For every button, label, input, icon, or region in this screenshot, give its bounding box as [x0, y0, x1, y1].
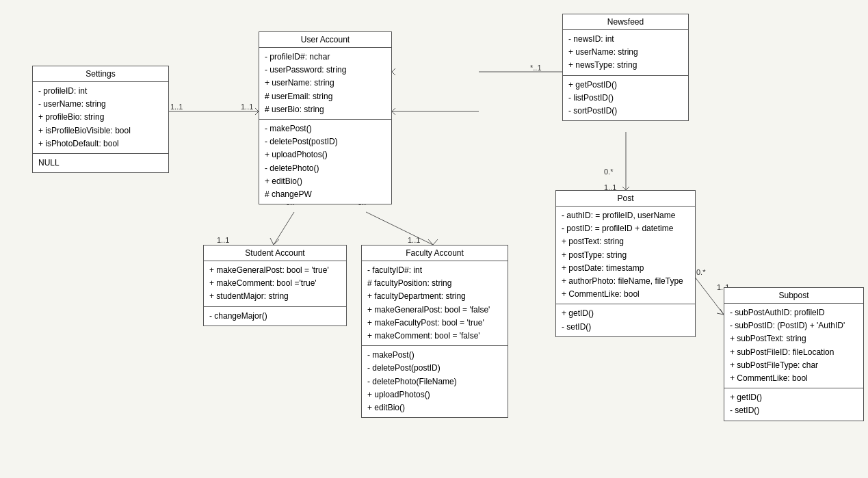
- post-attr-3: + postText: string: [562, 235, 689, 248]
- label-newsfeed-post-top: 0.*: [604, 168, 613, 176]
- subpost-methods: + getID() - setID(): [724, 388, 863, 420]
- nf-attr-2: + userName: string: [568, 46, 683, 59]
- nf-method-3: - sortPostID(): [568, 105, 683, 118]
- post-attributes: - authID: = profileID, userName - postID…: [556, 207, 695, 304]
- fa-attr-6: + makeComment: bool = 'false': [367, 330, 502, 343]
- post-title: Post: [556, 191, 695, 207]
- settings-methods: NULL: [33, 154, 168, 172]
- ua-attr-3: + userName: string: [265, 77, 386, 90]
- post-methods: + getID() - setID(): [556, 304, 695, 336]
- subpost-title: Subpost: [724, 288, 863, 304]
- post-box: Post - authID: = profileID, userName - p…: [555, 190, 696, 337]
- settings-attr-1: - profileID: int: [38, 85, 163, 98]
- faculty-methods: - makePost() - deletePost(postID) - dele…: [362, 346, 508, 417]
- svg-line-2: [274, 212, 294, 245]
- fa-attr-2: # facultyPosition: string: [367, 277, 502, 290]
- sp-attr-4: + subPostFileID: fileLocation: [730, 346, 858, 359]
- sa-method-1: - changeMajor(): [209, 310, 341, 323]
- sa-attr-2: + makeComment: bool ='true': [209, 277, 341, 290]
- user-account-box: User Account - profileID#: nchar - userP…: [259, 31, 392, 204]
- ua-method-1: - makePost(): [265, 122, 386, 135]
- settings-box: Settings - profileID: int - userName: st…: [32, 66, 169, 173]
- post-attr-2: - postID: = profileID + datetime: [562, 222, 689, 235]
- sp-method-1: + getID(): [730, 391, 858, 404]
- student-methods: - changeMajor(): [204, 307, 346, 326]
- newsfeed-methods: + getPostID() - listPostID() - sortPostI…: [563, 76, 688, 121]
- nf-attr-3: + newsType: string: [568, 59, 683, 72]
- student-account-box: Student Account + makeGeneralPost: bool …: [203, 245, 347, 326]
- sp-attr-5: + subPostFileType: char: [730, 359, 858, 372]
- label-student-bottom: 1..1: [217, 236, 229, 244]
- post-attr-7: + CommentLike: bool: [562, 288, 689, 301]
- ua-method-3: + uploadPhotos(): [265, 148, 386, 161]
- sp-attr-2: - subPostID: (PostID) + 'AuthID': [730, 319, 858, 332]
- uml-diagram: 1..1 1..1 *..1 0..* 0..* 1..1 1..1 0.* 1…: [0, 0, 868, 478]
- label-settings-right: 1..1: [241, 103, 253, 111]
- sp-attr-1: - subPostAuthID: profileID: [730, 306, 858, 319]
- sa-attr-3: + studentMajor: string: [209, 290, 341, 303]
- svg-line-3: [366, 212, 433, 245]
- svg-line-5: [692, 274, 724, 315]
- ua-method-6: # changePW: [265, 188, 386, 201]
- ua-attr-2: - userPassword: string: [265, 64, 386, 77]
- newsfeed-box: Newsfeed - newsID: int + userName: strin…: [562, 14, 689, 121]
- fa-method-5: + editBio(): [367, 401, 502, 414]
- nf-attr-1: - newsID: int: [568, 33, 683, 46]
- ua-attr-5: # userBio: string: [265, 103, 386, 116]
- settings-attr-4: + isProfileBioVisible: bool: [38, 124, 163, 137]
- nf-method-1: + getPostID(): [568, 79, 683, 92]
- sa-attr-1: + makeGeneralPost: bool = 'true': [209, 264, 341, 277]
- ua-method-2: - deletePost(postID): [265, 135, 386, 148]
- newsfeed-title: Newsfeed: [563, 14, 688, 30]
- post-method-2: - setID(): [562, 321, 689, 334]
- settings-attributes: - profileID: int - userName: string + pr…: [33, 82, 168, 154]
- sp-attr-3: + subPostText: string: [730, 332, 858, 345]
- fa-method-1: - makePost(): [367, 349, 502, 362]
- label-post-subpost-top: 0.*: [696, 268, 705, 276]
- ua-attr-1: - profileID#: nchar: [265, 51, 386, 64]
- label-newsfeed-top: *..1: [530, 64, 542, 72]
- subpost-attributes: - subPostAuthID: profileID - subPostID: …: [724, 304, 863, 388]
- fa-method-2: - deletePost(postID): [367, 362, 502, 375]
- ua-attr-4: # userEmail: string: [265, 90, 386, 103]
- fa-method-3: - deletePhoto(FileName): [367, 375, 502, 388]
- fa-attr-3: + facultyDepartment: string: [367, 290, 502, 303]
- settings-title: Settings: [33, 66, 168, 82]
- nf-method-2: - listPostID(): [568, 92, 683, 105]
- settings-attr-2: - userName: string: [38, 98, 163, 111]
- fa-attr-1: - facultyID#: int: [367, 264, 502, 277]
- fa-method-4: + uploadPhotos(): [367, 388, 502, 401]
- student-attributes: + makeGeneralPost: bool = 'true' + makeC…: [204, 261, 346, 307]
- settings-attr-3: + profileBio: string: [38, 111, 163, 124]
- faculty-account-title: Faculty Account: [362, 245, 508, 261]
- fa-attr-4: + makeGeneralPost: bool = 'false': [367, 304, 502, 317]
- student-account-title: Student Account: [204, 245, 346, 261]
- settings-attr-5: + isPhotoDefault: bool: [38, 137, 163, 150]
- user-account-methods: - makePost() - deletePost(postID) + uplo…: [259, 120, 391, 204]
- sp-method-2: - setID(): [730, 404, 858, 417]
- subpost-box: Subpost - subPostAuthID: profileID - sub…: [724, 287, 864, 421]
- faculty-attributes: - facultyID#: int # facultyPosition: str…: [362, 261, 508, 346]
- newsfeed-attributes: - newsID: int + userName: string + newsT…: [563, 30, 688, 76]
- post-attr-6: + authorPhoto: fileName, fileType: [562, 275, 689, 288]
- label-faculty-bottom: 1..1: [408, 236, 420, 244]
- label-settings-left: 1..1: [170, 103, 183, 111]
- faculty-account-box: Faculty Account - facultyID#: int # facu…: [361, 245, 508, 418]
- post-attr-1: - authID: = profileID, userName: [562, 209, 689, 222]
- sp-attr-6: + CommentLike: bool: [730, 372, 858, 385]
- user-account-attributes: - profileID#: nchar - userPassword: stri…: [259, 48, 391, 120]
- fa-attr-5: + makeFacultyPost: bool = 'true': [367, 317, 502, 330]
- post-attr-5: + postDate: timestamp: [562, 262, 689, 275]
- post-attr-4: + postType: string: [562, 249, 689, 262]
- post-method-1: + getID(): [562, 307, 689, 320]
- ua-method-4: - deletePhoto(): [265, 162, 386, 175]
- ua-method-5: + editBio(): [265, 175, 386, 188]
- user-account-title: User Account: [259, 32, 391, 48]
- settings-method-1: NULL: [38, 157, 163, 170]
